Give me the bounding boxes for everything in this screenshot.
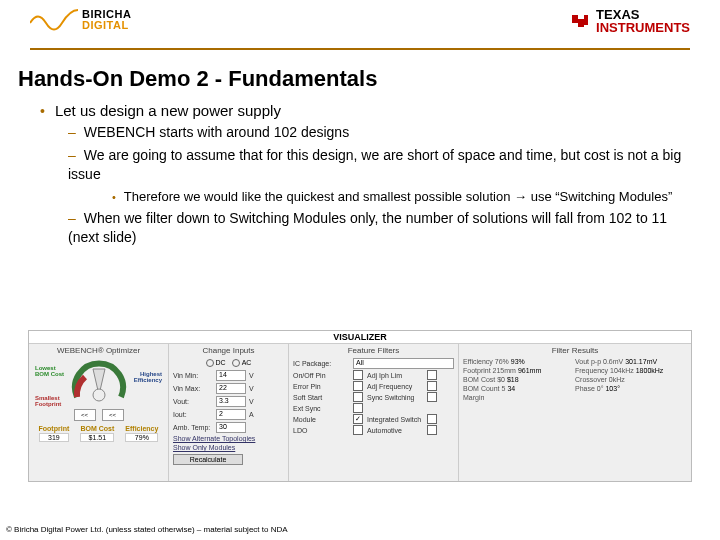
ti-text-bottom: INSTRUMENTS xyxy=(596,21,690,34)
result-item: Crossover 0kHz xyxy=(575,376,687,383)
biricha-logo: BIRICHA DIGITAL xyxy=(30,8,131,38)
vinmax-input[interactable]: 22 xyxy=(216,383,246,394)
efficiency-value: 79% xyxy=(125,433,158,442)
slide-title: Hands-On Demo 2 - Fundamentals xyxy=(18,66,377,92)
result-item: Frequency 104kHz 1800kHz xyxy=(575,367,687,374)
result-item: Efficiency 76% 93% xyxy=(463,358,575,365)
dial-right-button[interactable]: << xyxy=(102,409,124,421)
ti-chip-icon xyxy=(570,11,590,31)
feature-row: Error PinAdj Frequency xyxy=(293,381,454,391)
feature-checkbox[interactable] xyxy=(427,370,437,380)
feature-checkbox[interactable] xyxy=(427,392,437,402)
slide-header: BIRICHA DIGITAL TEXAS INSTRUMENTS xyxy=(0,0,720,54)
result-item: Phase 0° 103° xyxy=(575,385,687,392)
alt-topologies-link[interactable]: Show Alternate Topologies xyxy=(173,435,284,442)
gauge-dial-icon[interactable] xyxy=(69,357,129,407)
result-item: Margin xyxy=(463,394,575,401)
result-item: BOM Cost $0 $18 xyxy=(463,376,575,383)
gauge-label-eff: Highest Efficiency xyxy=(132,371,162,383)
feature-checkbox[interactable] xyxy=(427,414,437,424)
bullet-l2c: When we filter down to Switching Modules… xyxy=(68,209,690,247)
feature-row: LDOAutomotive xyxy=(293,425,454,435)
temp-input[interactable]: 30 xyxy=(216,422,246,433)
only-modules-link[interactable]: Show Only Modules xyxy=(173,444,284,451)
ac-radio[interactable]: AC xyxy=(232,359,252,367)
feature-row: Soft StartSync Switching xyxy=(293,392,454,402)
feature-row: IC Package:All xyxy=(293,358,454,369)
result-item: Footprint 215mm 961mm xyxy=(463,367,575,374)
feature-row: On/Off PinAdj Iph Lim xyxy=(293,370,454,380)
brand-bottom: DIGITAL xyxy=(82,19,131,31)
gauge-label-footprint: Smallest Footprint xyxy=(35,395,65,407)
feature-checkbox[interactable] xyxy=(427,425,437,435)
vout-input[interactable]: 3.3 xyxy=(216,396,246,407)
change-inputs-panel: Change Inputs DC AC Vin Min:14V Vin Max:… xyxy=(169,344,289,481)
vinmin-input[interactable]: 14 xyxy=(216,370,246,381)
bullet-l1: Let us design a new power supply WEBENCH… xyxy=(40,102,690,247)
dc-radio[interactable]: DC xyxy=(206,359,226,367)
feature-row: Ext Sync xyxy=(293,403,454,413)
feature-checkbox[interactable] xyxy=(353,381,363,391)
feature-checkbox[interactable] xyxy=(353,414,363,424)
recalculate-button[interactable]: Recalculate xyxy=(173,454,243,465)
feature-checkbox[interactable] xyxy=(353,370,363,380)
feature-checkbox[interactable] xyxy=(427,381,437,391)
footprint-value: 319 xyxy=(39,433,70,442)
gauge-label-cost: Lowest BOM Cost xyxy=(35,365,65,377)
feature-checkbox[interactable] xyxy=(353,403,363,413)
filter-results-panel: Filter Results Efficiency 76% 93%Vout p-… xyxy=(459,344,691,481)
ti-logo: TEXAS INSTRUMENTS xyxy=(570,8,690,34)
bomcost-value: $1.51 xyxy=(80,433,114,442)
feature-checkbox[interactable] xyxy=(353,392,363,402)
iout-input[interactable]: 2 xyxy=(216,409,246,420)
result-item: Vout p-p 0.6mV 301.17mV xyxy=(575,358,687,365)
feature-filters-panel: Feature Filters IC Package:AllOn/Off Pin… xyxy=(289,344,459,481)
result-item: BOM Count 5 34 xyxy=(463,385,575,392)
visualizer-panel: VISUALIZER WEBENCH® Optimizer Lowest BOM… xyxy=(28,330,692,482)
bullet-l2a: WEBENCH starts with around 102 designs xyxy=(68,123,690,142)
dial-left-button[interactable]: << xyxy=(74,409,96,421)
feature-select[interactable]: All xyxy=(353,358,454,369)
visualizer-title: VISUALIZER xyxy=(29,331,691,344)
header-divider xyxy=(30,48,690,50)
feature-checkbox[interactable] xyxy=(353,425,363,435)
sine-wave-icon xyxy=(30,8,78,38)
feature-row: ModuleIntegrated Switch xyxy=(293,414,454,424)
bullet-l2b: We are going to assume that for this des… xyxy=(68,146,690,205)
slide-content: Let us design a new power supply WEBENCH… xyxy=(40,102,690,251)
optimizer-title: WEBENCH® Optimizer xyxy=(33,346,164,355)
svg-point-1 xyxy=(93,389,105,401)
optimizer-panel: WEBENCH® Optimizer Lowest BOM Cost Highe… xyxy=(29,344,169,481)
bullet-l3a: Therefore we would like the quickest and… xyxy=(112,188,690,206)
footer-copyright: © Biricha Digital Power Ltd. (unless sta… xyxy=(6,525,288,534)
